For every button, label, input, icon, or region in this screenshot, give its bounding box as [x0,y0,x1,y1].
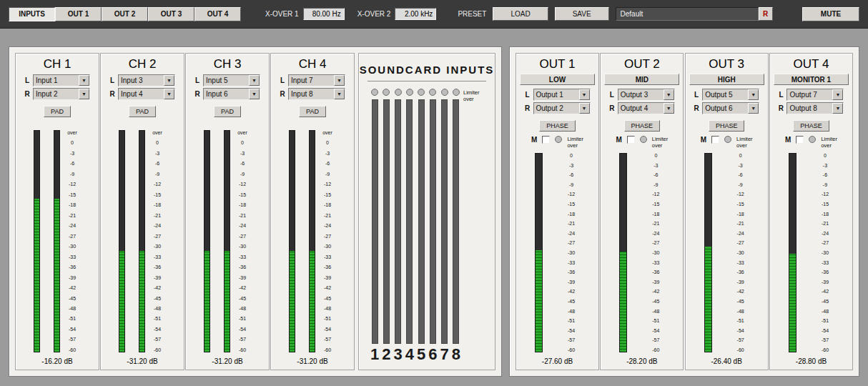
left-input-select[interactable]: Input 3▼ [118,74,175,86]
left-input-select[interactable]: Input 7▼ [288,74,345,86]
meter-scale-label: -42 [319,285,336,290]
meter-scale-label: -12 [64,182,81,187]
chevron-down-icon[interactable]: ▼ [164,89,174,99]
meter-level-fill [54,199,59,352]
right-input-select[interactable]: Input 2▼ [33,88,90,100]
meter-scale-label: -48 [234,306,251,311]
meter-scale-label: -15 [732,202,749,207]
chevron-down-icon[interactable]: ▼ [748,103,759,114]
meter-scale-label: -3 [149,151,166,156]
input-level-meter: over0-3-6-9-12-15-18-21-24-27-30-33-36-3… [271,130,354,352]
preset-recall-button[interactable]: R [759,7,773,21]
pad-button[interactable]: PAD [299,106,326,117]
right-input-select[interactable]: Input 8▼ [288,88,345,100]
xover-2-frequency-field[interactable]: 2.00 kHz [395,8,436,20]
meter-scale-label: 0 [64,140,81,145]
chevron-down-icon[interactable]: ▼ [832,89,843,100]
left-input-select[interactable]: Input 1▼ [33,74,90,86]
right-input-select[interactable]: Input 6▼ [203,88,260,100]
left-channel-label: L [194,76,200,84]
phase-button[interactable]: PHASE [793,120,829,132]
chevron-down-icon[interactable]: ▼ [164,75,174,86]
chevron-down-icon[interactable]: ▼ [579,89,590,100]
mute-checkbox[interactable] [711,136,719,144]
meter-scale-label: -36 [563,269,580,274]
mute-m-label: M [701,136,706,144]
left-input-select[interactable]: Input 5▼ [203,74,260,86]
preset-selector[interactable]: Default R [616,7,773,21]
mute-checkbox[interactable] [627,136,635,144]
pad-button[interactable]: PAD [214,106,241,117]
meter-bar-right [139,130,145,352]
meter-scale-label: -18 [563,212,580,217]
meter-scale-label: -12 [817,192,834,197]
meter-scale: over0-3-6-9-12-15-18-21-24-27-30-33-36-3… [234,130,251,352]
pad-button[interactable]: PAD [44,106,71,117]
left-output-select[interactable]: Output 1▼ [533,89,591,101]
channel-strip-1: CH 1LInput 1▼RInput 2▼PADover0-3-6-9-12-… [15,53,99,370]
mute-button[interactable]: MUTE [802,7,859,21]
pad-button[interactable]: PAD [129,106,156,117]
meter-scale-label: -21 [647,221,664,226]
preset-label: PRESET [458,10,486,18]
meter-level-fill [204,251,209,352]
chevron-down-icon[interactable]: ▼ [579,103,590,114]
tab-out-3[interactable]: OUT 3 [148,7,194,21]
meter-scale-label: -33 [563,260,580,265]
chevron-down-icon[interactable]: ▼ [664,89,674,100]
limiter-label-line2: over [567,142,583,149]
chevron-down-icon[interactable]: ▼ [249,75,260,86]
meter-bar-left [289,130,295,352]
left-output-select[interactable]: Output 3▼ [618,89,675,101]
meter-scale-label: -27 [64,234,81,239]
load-button[interactable]: LOAD [493,7,548,21]
meter-scale-label: -21 [732,221,749,226]
chevron-down-icon[interactable]: ▼ [334,75,345,86]
chevron-down-icon[interactable]: ▼ [664,103,674,114]
chevron-down-icon[interactable]: ▼ [79,89,89,99]
soundcard-led-cell [393,89,404,96]
right-output-select[interactable]: Output 6▼ [702,102,759,114]
channel-title: CH 2 [129,57,157,71]
mute-m-label: M [616,136,621,144]
meter-scale-label: -48 [149,306,166,311]
chevron-down-icon[interactable]: ▼ [748,89,759,100]
save-button[interactable]: SAVE [555,7,609,21]
chevron-down-icon[interactable]: ▼ [79,75,89,86]
output-level-meter: 0-3-6-9-12-15-18-21-24-27-30-33-36-39-42… [686,153,768,352]
right-output-select[interactable]: Output 8▼ [786,102,844,114]
left-output-select[interactable]: Output 5▼ [702,89,759,101]
soundcard-led-cell [380,89,392,96]
phase-button[interactable]: PHASE [539,120,576,132]
meter-scale-label: -27 [732,240,749,245]
chevron-down-icon[interactable]: ▼ [249,89,260,99]
right-channel-row: RInput 2▼ [24,88,90,100]
meter-scale-label: -45 [149,296,166,301]
chevron-down-icon[interactable]: ▼ [832,103,843,114]
right-input-select[interactable]: Input 4▼ [118,88,175,100]
xover-1-frequency-field[interactable]: 80.00 Hz [303,8,345,20]
mute-checkbox[interactable] [796,136,804,144]
chevron-down-icon[interactable]: ▼ [334,89,345,99]
tab-inputs[interactable]: INPUTS [9,7,55,21]
limiter-label-line1: Limiter [736,136,753,142]
meter-scale-label: -6 [817,172,834,177]
tab-out-4[interactable]: OUT 4 [194,7,241,21]
tab-out-2[interactable]: OUT 2 [102,7,148,21]
meter-scale-label: -18 [817,212,834,217]
left-output-select[interactable]: Output 7▼ [786,89,844,101]
phase-button[interactable]: PHASE [624,120,661,132]
level-readout: -16.20 dB [41,357,72,365]
limiter-label: Limiterover [652,136,669,149]
meter-scale-label: -48 [732,309,749,314]
meter-scale-label: -60 [817,347,834,352]
tab-out-1[interactable]: OUT 1 [55,7,102,21]
soundcard-meter-bar [395,99,401,344]
meter-scale-label: -36 [64,264,81,269]
mute-checkbox[interactable] [542,136,550,144]
right-output-select[interactable]: Output 4▼ [618,102,675,114]
phase-button[interactable]: PHASE [709,120,745,132]
soundcard-channel-number: 7 [440,347,449,362]
right-output-select[interactable]: Output 2▼ [533,102,591,114]
meter-scale-label: 0 [732,153,749,158]
